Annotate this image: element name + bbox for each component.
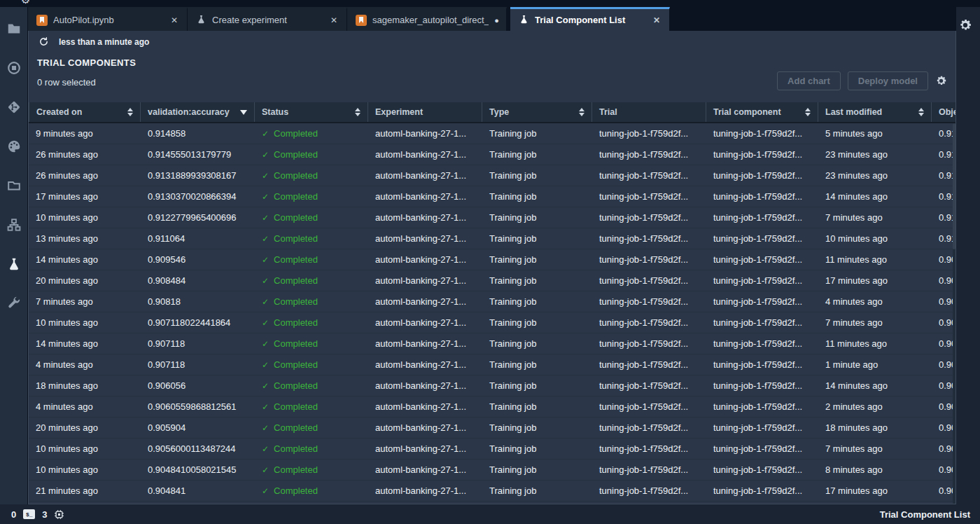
check-icon: ✓: [262, 360, 269, 370]
tab-sagemaker-autopilot-direct[interactable]: sagemaker_autopilot_direct_ı●: [347, 7, 507, 31]
experiments-icon[interactable]: [5, 255, 23, 273]
selection-count: 0 row selected: [37, 77, 96, 88]
kernel-count: 3: [42, 509, 47, 520]
column-header-experiment[interactable]: Experiment: [368, 102, 482, 122]
table-row[interactable]: 20 minutes ago0.905904✓Completedautoml-b…: [29, 418, 955, 439]
cell-component: tuning-job-1-f759d2f...: [706, 149, 818, 160]
sort-icon: [579, 108, 584, 116]
cell-objective: 0.91: [932, 128, 955, 139]
status-badge: Completed: [274, 170, 318, 181]
cell-trial: tuning-job-1-f759d2f...: [592, 338, 706, 349]
settings-gear-icon[interactable]: [958, 18, 972, 35]
cell-status: ✓Completed: [255, 128, 368, 139]
file-browser-icon[interactable]: [5, 20, 23, 38]
running-instances-icon[interactable]: [5, 59, 23, 77]
tab-create-experiment[interactable]: Create experiment✕: [188, 7, 347, 31]
cell-objective: 0.90: [932, 485, 955, 496]
table-row[interactable]: 10 minutes ago0.9056000113487244✓Complet…: [29, 439, 955, 460]
cell-created: 7 minutes ago: [29, 296, 141, 307]
table-row[interactable]: 26 minutes ago0.9131889939308167✓Complet…: [29, 165, 955, 186]
cell-trial: tuning-job-1-f759d2f...: [592, 317, 706, 328]
cell-modified: 8 minutes ago: [818, 464, 932, 475]
tab-autopilot-ipynb[interactable]: AutoPilot.ipynb✕: [28, 7, 188, 31]
cell-trial: tuning-job-1-f759d2f...: [592, 380, 706, 391]
column-header-status[interactable]: Status: [255, 102, 368, 122]
cell-created: 20 minutes ago: [29, 422, 141, 433]
cell-created: 4 minutes ago: [29, 401, 141, 412]
cluster-icon[interactable]: [5, 216, 23, 234]
cell-component: tuning-job-1-f759d2f...: [706, 338, 818, 349]
terminal-icon[interactable]: $_: [23, 509, 35, 519]
table-row[interactable]: 14 minutes ago0.907118✓Completedautoml-b…: [29, 333, 955, 354]
cell-experiment: automl-banking-27-1...: [368, 422, 482, 433]
notebook-icon: [36, 15, 48, 26]
cell-status: ✓Completed: [255, 296, 368, 307]
table-row[interactable]: 7 minutes ago0.90818✓Completedautoml-ban…: [29, 291, 955, 312]
column-header-validation-accuracy[interactable]: validation:accuracy: [141, 102, 255, 122]
table-settings-gear-icon[interactable]: [935, 75, 947, 87]
close-icon[interactable]: ✕: [169, 14, 180, 27]
table-row[interactable]: 4 minutes ago0.907118✓Completedautoml-ba…: [29, 354, 955, 375]
close-icon[interactable]: ✕: [328, 14, 340, 27]
check-icon: ✓: [262, 444, 269, 454]
column-header-type[interactable]: Type: [482, 102, 592, 122]
table-row[interactable]: 21 minutes ago0.904841✓Completedautoml-b…: [29, 481, 955, 502]
table-row[interactable]: 10 minutes ago0.9048410058021545✓Complet…: [29, 460, 955, 481]
terminal-count: 0: [11, 509, 16, 520]
cell-status: ✓Completed: [255, 149, 368, 160]
table-row[interactable]: 4 minutes ago0.9060559868812561✓Complete…: [29, 397, 955, 418]
table-scrollbar[interactable]: [953, 123, 955, 504]
sidebar: [0, 7, 28, 504]
tab-label: Trial Component List: [535, 15, 645, 25]
table-row[interactable]: 10 minutes ago0.9122779965400696✓Complet…: [29, 207, 955, 228]
cell-trial: tuning-job-1-f759d2f...: [592, 233, 706, 244]
cell-experiment: automl-banking-27-1...: [368, 212, 482, 223]
status-badge: Completed: [274, 128, 318, 139]
top-strip: ⚙: [0, 0, 980, 7]
cell-status: ✓Completed: [255, 233, 368, 244]
tools-icon[interactable]: [5, 294, 23, 312]
flask-icon: [196, 14, 206, 27]
cell-created: 20 minutes ago: [29, 275, 141, 286]
cell-modified: 23 minutes ago: [818, 170, 932, 181]
git-icon[interactable]: [5, 98, 23, 116]
cell-trial: tuning-job-1-f759d2f...: [592, 296, 706, 307]
table-row[interactable]: 20 minutes ago0.908484✓Completedautoml-b…: [29, 270, 955, 291]
table-row[interactable]: 18 minutes ago0.906056✓Completedautoml-b…: [29, 375, 955, 397]
cell-created: 18 minutes ago: [29, 380, 141, 391]
cell-component: tuning-job-1-f759d2f...: [706, 317, 818, 328]
close-icon[interactable]: ✕: [651, 14, 662, 27]
column-header-last-modified[interactable]: Last modified: [818, 102, 932, 122]
table-row[interactable]: 17 minutes ago0.9130370020866394✓Complet…: [29, 186, 955, 207]
table-row[interactable]: 13 minutes ago0.911064✓Completedautoml-b…: [29, 228, 955, 249]
commands-icon[interactable]: [5, 137, 23, 156]
column-header-created-on[interactable]: Created on: [29, 102, 141, 122]
cell-experiment: automl-banking-27-1...: [368, 317, 482, 328]
cell-created: 4 minutes ago: [29, 359, 141, 370]
cell-type: Training job: [482, 275, 592, 286]
add-chart-button[interactable]: Add chart: [777, 71, 841, 90]
deploy-model-button[interactable]: Deploy model: [848, 71, 928, 90]
cell-type: Training job: [482, 212, 592, 223]
kernel-chip-icon[interactable]: [54, 509, 64, 520]
table-row[interactable]: 10 minutes ago0.907118022441864✓Complete…: [29, 312, 955, 333]
cell-objective: 0.90: [932, 464, 955, 475]
refresh-icon[interactable]: [38, 36, 49, 47]
column-header-trial-component[interactable]: Trial component: [706, 102, 818, 122]
property-inspector-icon[interactable]: [5, 177, 23, 195]
column-label: Type: [489, 107, 509, 117]
cell-type: Training job: [482, 422, 592, 433]
tab-label: Create experiment: [212, 15, 323, 25]
cell-type: Training job: [482, 128, 592, 139]
table-row[interactable]: 9 minutes ago0.914858✓Completedautoml-ba…: [29, 123, 955, 144]
table-row[interactable]: 14 minutes ago0.909546✓Completedautoml-b…: [29, 249, 955, 270]
status-badge: Completed: [274, 485, 318, 496]
cell-trial: tuning-job-1-f759d2f...: [592, 401, 706, 412]
status-badge: Completed: [274, 443, 318, 454]
tab-trial-component-list[interactable]: Trial Component List✕: [510, 7, 670, 31]
main-panel: AutoPilot.ipynb✕Create experiment✕sagema…: [28, 7, 956, 504]
cell-accuracy: 0.908484: [141, 275, 255, 286]
table-row[interactable]: 26 minutes ago0.914555013179779✓Complete…: [29, 144, 955, 165]
column-header-trial[interactable]: Trial: [592, 102, 706, 122]
column-header-obje[interactable]: Obje: [932, 102, 955, 122]
